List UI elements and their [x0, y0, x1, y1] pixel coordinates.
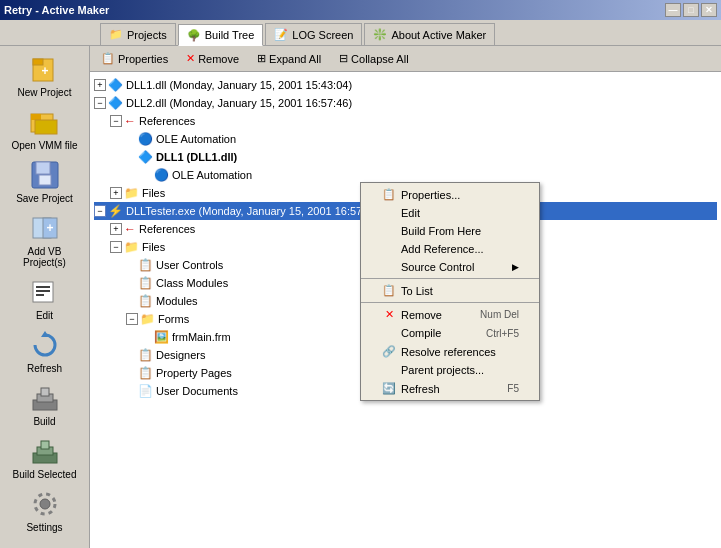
build-tree-icon: 🌳	[187, 29, 201, 42]
ctx-resolve-icon: 🔗	[381, 345, 397, 358]
dll1-icon: 🔷	[108, 78, 123, 92]
tab-about[interactable]: ❇️ About Active Maker	[364, 23, 495, 45]
ctx-refresh-icon: 🔄	[381, 382, 397, 395]
svg-point-24	[40, 499, 50, 509]
designers-icon: 📋	[138, 348, 153, 362]
ctx-refresh[interactable]: 🔄 Refresh F5	[361, 379, 539, 398]
ctx-parent-projects[interactable]: Parent projects...	[361, 361, 539, 379]
svg-text:+: +	[46, 221, 53, 235]
sidebar-item-edit[interactable]: Edit	[6, 273, 84, 324]
ctx-add-reference[interactable]: Add Reference...	[361, 240, 539, 258]
remove-icon: ✕	[186, 52, 195, 65]
forms-icon: 📁	[140, 312, 155, 326]
build-selected-icon	[29, 435, 61, 467]
collapse-all-button[interactable]: ⊟ Collapse All	[332, 48, 415, 70]
sidebar-item-refresh[interactable]: Refresh	[6, 326, 84, 377]
dlltester-icon: ⚡	[108, 204, 123, 218]
user-controls-icon: 📋	[138, 258, 153, 272]
open-vmm-icon	[29, 106, 61, 138]
tree-row[interactable]: 🔵 OLE Automation	[94, 130, 717, 148]
ctx-source-control[interactable]: Source Control	[361, 258, 539, 276]
expander-dll2[interactable]: −	[94, 97, 106, 109]
maximize-button[interactable]: □	[683, 3, 699, 17]
svg-rect-12	[33, 282, 53, 302]
ctx-properties-icon: 📋	[381, 188, 397, 201]
properties-button[interactable]: 📋 Properties	[94, 48, 175, 70]
expander-dlltester[interactable]: −	[94, 205, 106, 217]
sidebar-item-save-project[interactable]: Save Project	[6, 156, 84, 207]
references-icon: ←	[124, 114, 136, 128]
svg-rect-5	[35, 120, 57, 134]
files2-icon: 📁	[124, 240, 139, 254]
sidebar-item-add-vb[interactable]: + Add VB Project(s)	[6, 209, 84, 271]
expander-dll1[interactable]: +	[94, 79, 106, 91]
ctx-build-from-here[interactable]: Build From Here	[361, 222, 539, 240]
ctx-remove[interactable]: ✕ Remove Num Del	[361, 305, 539, 324]
svg-rect-20	[41, 388, 49, 396]
ctx-properties[interactable]: 📋 Properties...	[361, 185, 539, 204]
modules-icon: 📋	[138, 294, 153, 308]
sidebar-item-settings[interactable]: Settings	[6, 485, 84, 536]
main-container: + New Project Open VMM file	[0, 46, 721, 548]
context-menu: 📋 Properties... Edit Build From Here	[360, 182, 540, 401]
tab-bar: 📁 Projects 🌳 Build Tree 📝 LOG Screen ❇️ …	[0, 20, 721, 46]
tree-row[interactable]: − 🔷 DLL2.dll (Monday, January 15, 2001 1…	[94, 94, 717, 112]
minimize-button[interactable]: —	[665, 3, 681, 17]
tree-row[interactable]: + 🔷 DLL1.dll (Monday, January 15, 2001 1…	[94, 76, 717, 94]
add-vb-icon: +	[29, 212, 61, 244]
log-icon: 📝	[274, 28, 288, 41]
properties-icon: 📋	[101, 52, 115, 65]
dll1ref-icon: 🔷	[138, 150, 153, 164]
ctx-remove-icon: ✕	[381, 308, 397, 321]
user-docs-icon: 📄	[138, 384, 153, 398]
svg-rect-8	[39, 175, 51, 185]
title-bar-buttons: — □ ✕	[665, 3, 717, 17]
ole-icon: 🔵	[138, 132, 153, 146]
frm-icon: 🖼️	[154, 330, 169, 344]
expander-refs1[interactable]: −	[110, 115, 122, 127]
tree-row[interactable]: − ← References	[94, 112, 717, 130]
svg-rect-23	[41, 441, 49, 449]
edit-icon	[29, 276, 61, 308]
sidebar-item-build-selected[interactable]: Build Selected	[6, 432, 84, 483]
dll2-icon: 🔷	[108, 96, 123, 110]
sidebar: + New Project Open VMM file	[0, 46, 90, 548]
expander-forms[interactable]: −	[126, 313, 138, 325]
expander-files1[interactable]: +	[110, 187, 122, 199]
ctx-resolve-references[interactable]: 🔗 Resolve references	[361, 342, 539, 361]
build-icon	[29, 382, 61, 414]
ctx-to-list-icon: 📋	[381, 284, 397, 297]
tab-build-tree[interactable]: 🌳 Build Tree	[178, 24, 264, 46]
tab-log-screen[interactable]: 📝 LOG Screen	[265, 23, 362, 45]
files1-icon: 📁	[124, 186, 139, 200]
title-bar: Retry - Active Maker — □ ✕	[0, 0, 721, 20]
refresh-icon	[29, 329, 61, 361]
sidebar-item-new-project[interactable]: + New Project	[6, 50, 84, 101]
ctx-to-list[interactable]: 📋 To List	[361, 281, 539, 300]
expander-files2[interactable]: −	[110, 241, 122, 253]
about-icon: ❇️	[373, 28, 387, 41]
window-title: Retry - Active Maker	[4, 4, 109, 16]
collapse-icon: ⊟	[339, 52, 348, 65]
expander-refs2[interactable]: +	[110, 223, 122, 235]
svg-rect-4	[31, 114, 41, 120]
projects-icon: 📁	[109, 28, 123, 41]
close-button[interactable]: ✕	[701, 3, 717, 17]
expand-all-button[interactable]: ⊞ Expand All	[250, 48, 328, 70]
sidebar-item-open-vmm[interactable]: Open VMM file	[6, 103, 84, 154]
new-project-icon: +	[29, 53, 61, 85]
ctx-edit[interactable]: Edit	[361, 204, 539, 222]
settings-icon	[29, 488, 61, 520]
ctx-separator-2	[361, 302, 539, 303]
ref2-icon: ←	[124, 222, 136, 236]
remove-button[interactable]: ✕ Remove	[179, 48, 246, 70]
tree-row[interactable]: 🔷 DLL1 (DLL1.dll)	[94, 148, 717, 166]
tab-projects[interactable]: 📁 Projects	[100, 23, 176, 45]
class-modules-icon: 📋	[138, 276, 153, 290]
svg-text:+: +	[41, 64, 48, 78]
ole2-icon: 🔵	[154, 168, 169, 182]
tree-area[interactable]: + 🔷 DLL1.dll (Monday, January 15, 2001 1…	[90, 72, 721, 548]
expand-icon: ⊞	[257, 52, 266, 65]
ctx-compile[interactable]: Compile Ctrl+F5	[361, 324, 539, 342]
sidebar-item-build[interactable]: Build	[6, 379, 84, 430]
